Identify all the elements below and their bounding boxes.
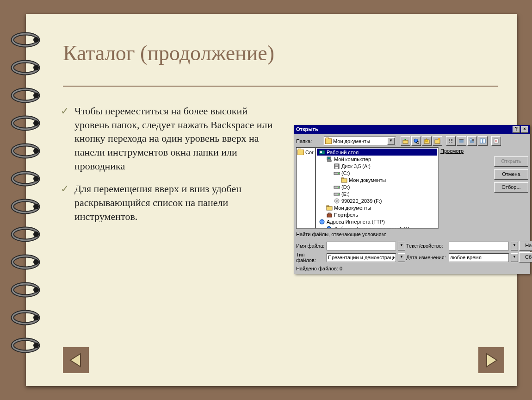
dialog-client: Папка: Мои документы ▼: [294, 134, 530, 274]
globe-edit-icon: [326, 225, 333, 229]
favorites-button[interactable]: [422, 136, 432, 146]
tree-label: Мои документы: [334, 205, 371, 211]
svg-rect-52: [470, 139, 472, 141]
dropdown-arrow-icon[interactable]: ▼: [398, 253, 405, 262]
svg-rect-69: [335, 167, 338, 169]
list-view-button[interactable]: [446, 136, 456, 146]
svg-rect-76: [334, 193, 340, 195]
date-combo[interactable]: любое время: [449, 253, 509, 262]
bullet-text: Чтобы переместиться на более высокий уро…: [74, 105, 272, 172]
tree-label: Мои документы: [349, 177, 386, 183]
svg-rect-73: [341, 178, 344, 179]
tree-item[interactable]: (D:): [317, 183, 437, 190]
tree-label: Диск 3,5 (A:): [341, 163, 371, 169]
svg-rect-80: [327, 206, 332, 210]
folder-icon: [297, 149, 304, 156]
svg-point-29: [33, 287, 39, 293]
tree-item[interactable]: Портфель: [317, 211, 437, 218]
svg-point-2: [33, 37, 39, 43]
dropdown-arrow-icon[interactable]: ▼: [387, 138, 395, 145]
bullet-2: ✓Для перемещения вверх и вниз удобен рас…: [74, 182, 278, 223]
tree-label: Портфель: [334, 212, 358, 218]
svg-rect-65: [328, 157, 330, 159]
filetype-combo[interactable]: Презентации и демонстрации: [327, 253, 396, 262]
tree-item[interactable]: Диск 3,5 (A:): [317, 162, 437, 169]
open-button[interactable]: Открыть: [494, 156, 528, 167]
desktop-icon: [319, 149, 325, 156]
svg-point-35: [33, 343, 39, 348]
filename-input[interactable]: [327, 242, 396, 250]
preview-view-button[interactable]: [478, 136, 488, 146]
tree-label: (C:): [341, 170, 350, 176]
details-view-button[interactable]: [457, 136, 466, 146]
filter-button[interactable]: Отбор...: [494, 182, 528, 193]
svg-marker-88: [487, 354, 497, 367]
tree-label: Добавить/изменить адреса FTP: [334, 226, 409, 229]
bullet-1: ✓Чтобы переместиться на более высокий ур…: [74, 104, 278, 173]
new-folder-button[interactable]: [433, 136, 442, 146]
folder-label: Папка:: [296, 138, 322, 144]
tree-item[interactable]: Мои документы: [317, 176, 437, 183]
svg-rect-83: [328, 213, 330, 214]
left-folder-list[interactable]: Cor: [296, 147, 315, 229]
filetype-label: Тип файлов:: [296, 252, 325, 263]
folder-combo[interactable]: Мои документы ▼: [324, 137, 396, 145]
svg-point-85: [327, 226, 331, 229]
tree-item[interactable]: Рабочий стол: [317, 149, 437, 156]
prev-slide-button[interactable]: [63, 347, 89, 373]
list-item[interactable]: Cor: [297, 149, 314, 156]
dropdown-arrow-icon[interactable]: ▼: [511, 242, 518, 250]
filter-header: Найти файлы, отвечающие условиям:: [296, 231, 528, 237]
tree-item[interactable]: Мой компьютер: [317, 156, 437, 162]
drive-icon: [334, 191, 340, 197]
svg-point-37: [414, 139, 418, 143]
open-dialog: Открыть ? × Папка: Мои документы ▼: [294, 125, 530, 274]
help-button[interactable]: ?: [513, 126, 520, 133]
svg-point-23: [33, 231, 39, 237]
date-label: Дата изменения:: [406, 255, 447, 260]
slide-title: Каталог (продолжение): [63, 41, 274, 65]
svg-point-5: [33, 65, 39, 70]
tree-item[interactable]: Мои документы: [317, 204, 437, 211]
folder-tree[interactable]: Рабочий столМой компьютерДиск 3,5 (A:)(C…: [315, 147, 439, 229]
search-web-button[interactable]: [411, 136, 421, 146]
tree-item[interactable]: (E:): [317, 190, 437, 197]
commands-button[interactable]: [491, 136, 501, 146]
tree-label: Рабочий стол: [327, 150, 359, 155]
next-slide-button[interactable]: [478, 347, 504, 373]
cancel-button[interactable]: Отмена: [494, 169, 528, 180]
svg-rect-86: [330, 228, 332, 229]
svg-point-38: [417, 142, 419, 144]
dropdown-arrow-icon[interactable]: ▼: [511, 253, 518, 262]
checkmark-icon: ✓: [61, 182, 69, 196]
svg-rect-82: [327, 214, 332, 217]
properties-view-button[interactable]: [467, 136, 477, 146]
reset-button[interactable]: Сброс: [519, 252, 532, 262]
tree-item[interactable]: Добавить/изменить адреса FTP: [317, 225, 437, 229]
titlebar[interactable]: Открыть ? ×: [294, 125, 530, 134]
body-text: ✓Чтобы переместиться на более высокий ур…: [74, 104, 278, 233]
dialog-title: Открыть: [296, 126, 318, 133]
checkmark-icon: ✓: [61, 104, 69, 118]
find-button[interactable]: Найти: [519, 241, 532, 251]
folder-icon: [326, 205, 333, 211]
preview-link[interactable]: Просмотр: [440, 148, 464, 154]
tree-item[interactable]: (C:): [317, 169, 437, 176]
tree-item[interactable]: Адреса Интернета (FTP): [317, 218, 437, 225]
tree-label: (D:): [341, 184, 350, 190]
floppy-icon: [334, 163, 340, 169]
close-button[interactable]: ×: [521, 126, 528, 133]
tree-label: 990220_2039 (F:): [341, 198, 382, 204]
briefcase-icon: [326, 212, 333, 218]
slide-page: // rings drawn below after data load? Ke…: [26, 14, 517, 386]
tree-item[interactable]: 990220_2039 (F:): [317, 197, 437, 204]
svg-rect-36: [403, 140, 408, 144]
globe-icon: [319, 219, 325, 225]
dropdown-arrow-icon[interactable]: ▼: [398, 242, 405, 250]
svg-rect-66: [328, 160, 331, 162]
svg-rect-57: [480, 139, 483, 143]
folder-value: Мои документы: [333, 138, 370, 144]
svg-rect-81: [327, 206, 329, 206]
text-prop-input[interactable]: [449, 242, 509, 250]
up-one-level-button[interactable]: [401, 136, 410, 146]
